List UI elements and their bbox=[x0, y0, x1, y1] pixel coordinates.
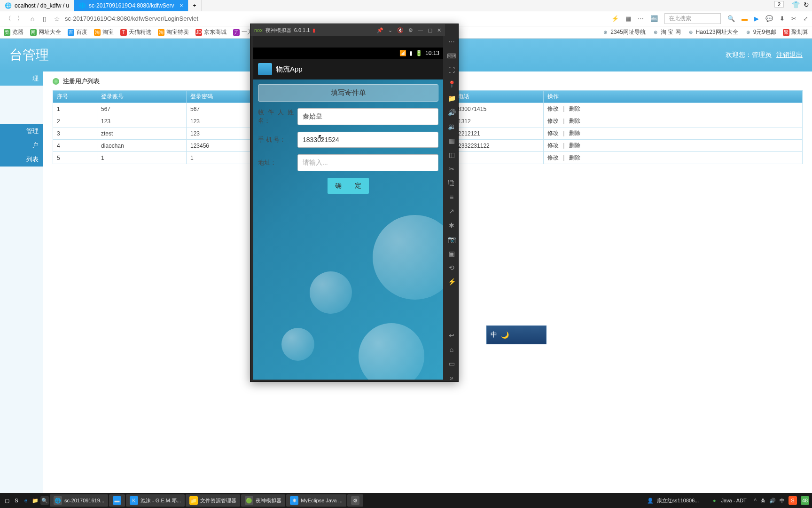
search-icon[interactable]: 🔍 bbox=[727, 15, 735, 22]
sogou-icon[interactable]: S bbox=[12, 496, 21, 505]
play-icon[interactable]: ▶ bbox=[754, 15, 759, 22]
folder-icon[interactable]: 📁 bbox=[448, 95, 456, 102]
bookmark-item[interactable]: 淘淘宝 bbox=[94, 28, 114, 36]
video-icon[interactable]: ▬ bbox=[742, 15, 748, 22]
tray-up-icon[interactable]: ^ bbox=[754, 498, 757, 503]
chat-icon[interactable]: 💬 bbox=[765, 15, 773, 22]
new-tab-button[interactable]: + bbox=[188, 0, 202, 11]
bolt-icon[interactable]: ⚡ bbox=[611, 15, 619, 22]
delete-link[interactable]: 删除 bbox=[569, 142, 580, 149]
bookmark-item[interactable]: 网网址大全 bbox=[30, 28, 61, 36]
bookmark-item[interactable]: ⊕9元9包邮 bbox=[745, 28, 776, 36]
forward-icon[interactable]: 〉 bbox=[16, 15, 24, 23]
apk-icon[interactable]: ▦ bbox=[449, 137, 455, 144]
taskbar-item[interactable]: 🟢夜神模拟器 bbox=[241, 494, 285, 507]
explorer-icon[interactable]: 📁 bbox=[31, 496, 39, 505]
taskbar-item[interactable]: K泡沫 - G.E.M.邓... bbox=[126, 494, 185, 507]
pin-icon[interactable]: 📌 bbox=[377, 27, 383, 33]
nox-emulator-window[interactable]: nox 夜神模拟器 6.0.1.1 ▮ 📌 ⌄ 🔇 ⚙ — ▢ ✕ ⋯ ⌨ ⛶ … bbox=[250, 24, 459, 382]
tray-user[interactable]: 👤康立红ss110806... bbox=[642, 494, 703, 507]
submit-button[interactable]: 确 定 bbox=[328, 178, 369, 194]
taskbar-item[interactable]: ⚙ bbox=[347, 494, 363, 507]
edit-link[interactable]: 修改 bbox=[547, 105, 559, 112]
more-icon[interactable]: » bbox=[450, 374, 453, 381]
bookmark-item[interactable]: 百百度 bbox=[68, 28, 87, 36]
maximize-icon[interactable]: ▢ bbox=[428, 27, 432, 33]
location-icon[interactable]: 📍 bbox=[448, 80, 456, 88]
clothes-icon[interactable]: 👕 bbox=[792, 1, 800, 8]
delete-link[interactable]: 删除 bbox=[569, 130, 580, 136]
taskview-icon[interactable]: ▢ bbox=[3, 496, 11, 505]
multi-icon[interactable]: ◫ bbox=[449, 151, 455, 159]
brightness-icon[interactable]: ✱ bbox=[449, 222, 454, 229]
shake-icon[interactable]: ⚡ bbox=[448, 278, 456, 286]
bookmark-item[interactable]: ⊕2345网址导航 bbox=[602, 28, 646, 36]
volume-up-icon[interactable]: 🔊 bbox=[448, 109, 456, 116]
refresh-icon[interactable]: ↻ bbox=[804, 1, 809, 8]
edit-link[interactable]: 修改 bbox=[547, 118, 559, 124]
menu-icon[interactable]: ≡ bbox=[450, 193, 453, 201]
ime-float-widget[interactable]: 中 🌙 bbox=[486, 325, 547, 344]
chevron-down-icon[interactable]: ⌄ bbox=[388, 27, 392, 33]
transfer-icon[interactable]: ↗ bbox=[449, 207, 454, 215]
tray-vol-icon[interactable]: 🔊 bbox=[769, 498, 776, 504]
ie-icon[interactable]: e bbox=[22, 496, 30, 505]
keyboard-icon[interactable]: ⌨ bbox=[447, 52, 456, 60]
more-icon[interactable]: ⋯ bbox=[638, 15, 644, 22]
browser-tab-1[interactable]: 🌐 ocalhost / db_kdfw / u bbox=[0, 0, 74, 11]
logout-link[interactable]: 注销退出 bbox=[776, 51, 803, 59]
grid-icon[interactable]: ▦ bbox=[625, 15, 631, 22]
home-icon[interactable]: ⌂ bbox=[450, 346, 453, 353]
taskbar-item[interactable]: ✱MyEclipse Java ... bbox=[286, 494, 346, 507]
taskbar-item[interactable]: 📁文件资源管理器 bbox=[186, 494, 240, 507]
expand-icon[interactable]: ⤢ bbox=[803, 15, 808, 22]
tray-adt[interactable]: ●Java - ADT bbox=[706, 494, 750, 507]
bookmark-item[interactable]: 聚聚划算 bbox=[783, 28, 808, 36]
volume-down-icon[interactable]: 🔉 bbox=[448, 123, 456, 130]
star-icon[interactable]: ☆ bbox=[53, 15, 61, 23]
nox-title-bar[interactable]: nox 夜神模拟器 6.0.1.1 ▮ 📌 ⌄ 🔇 ⚙ — ▢ ✕ bbox=[250, 24, 445, 36]
translate-icon[interactable]: 🔤 bbox=[650, 15, 658, 22]
delete-link[interactable]: 删除 bbox=[569, 118, 580, 124]
camera-icon[interactable]: 📷 bbox=[448, 236, 456, 243]
sidebar-item-list[interactable]: 列表 bbox=[0, 152, 43, 167]
addr-input[interactable]: 请输入... bbox=[297, 154, 438, 171]
fullscreen-icon[interactable]: ⛶ bbox=[448, 66, 455, 74]
recent-icon[interactable]: ▭ bbox=[449, 360, 455, 367]
record-icon[interactable]: ▣ bbox=[449, 250, 455, 257]
bookmark-item[interactable]: ⊕淘 宝 网 bbox=[652, 28, 681, 36]
taskbar-item[interactable]: ▬ bbox=[109, 494, 125, 507]
minimize-icon[interactable]: — bbox=[418, 27, 423, 33]
delete-link[interactable]: 删除 bbox=[569, 105, 580, 112]
search-input[interactable]: 在此搜索 bbox=[664, 13, 721, 24]
bookmark-item[interactable]: ⊕Hao123网址大全 bbox=[687, 28, 738, 36]
sidebar-group[interactable]: 理 bbox=[0, 71, 43, 86]
edit-link[interactable]: 修改 bbox=[547, 154, 559, 161]
close-icon[interactable]: × bbox=[180, 2, 183, 9]
read-icon[interactable]: ▯ bbox=[40, 15, 49, 23]
bookmark-item[interactable]: 览览器 bbox=[4, 28, 23, 36]
tab-counter[interactable]: 2 bbox=[774, 1, 784, 8]
back-icon[interactable]: 〈 bbox=[4, 15, 12, 23]
bookmark-item[interactable]: T天猫精选 bbox=[120, 28, 151, 36]
edit-link[interactable]: 修改 bbox=[547, 142, 559, 149]
rotate-icon[interactable]: ⟲ bbox=[449, 264, 454, 271]
search-icon[interactable]: 🔍 bbox=[40, 496, 49, 505]
screenshot-icon[interactable]: ⿻ bbox=[448, 179, 455, 187]
tray-360-icon[interactable]: 48 bbox=[801, 496, 809, 505]
delete-link[interactable]: 删除 bbox=[569, 154, 580, 161]
sound-icon[interactable]: 🔇 bbox=[397, 27, 404, 33]
phone-input[interactable]: 1833021524 bbox=[297, 132, 438, 148]
sidebar-item-manage[interactable]: 管理 bbox=[0, 124, 43, 138]
download-icon[interactable]: ⬇ bbox=[780, 15, 785, 22]
edit-link[interactable]: 修改 bbox=[547, 130, 559, 136]
tray-ime[interactable]: 中 bbox=[780, 497, 785, 504]
home-icon[interactable]: ⌂ bbox=[28, 15, 37, 23]
name-input[interactable]: 秦始皇 bbox=[297, 108, 438, 125]
scissors-icon[interactable]: ✂ bbox=[449, 165, 454, 173]
tray-s-icon[interactable]: S bbox=[789, 496, 797, 505]
close-icon[interactable]: ✕ bbox=[437, 27, 441, 33]
dots-icon[interactable]: ⋯ bbox=[448, 38, 455, 46]
address-input[interactable]: sc-2017091619O4:8080/kdfwServer/LoginSer… bbox=[65, 15, 356, 22]
bookmark-item[interactable]: JD京东商城 bbox=[195, 28, 226, 36]
